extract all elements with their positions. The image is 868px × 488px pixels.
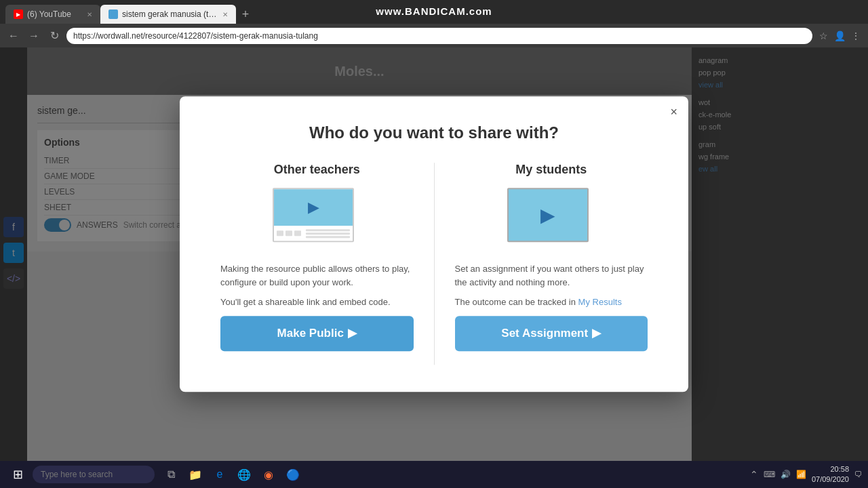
teachers-desc-1: Making the resource public allows others… bbox=[220, 262, 414, 289]
profile-icon[interactable]: 👤 bbox=[833, 30, 846, 41]
address-text: https://wordwall.net/resource/4122807/si… bbox=[73, 31, 318, 41]
taskbar-date-display: 07/09/2020 bbox=[812, 474, 849, 485]
teachers-desc-2: You'll get a shareable link and embed co… bbox=[220, 296, 414, 309]
tab-youtube[interactable]: ▶ (6) YouTube ✕ bbox=[5, 5, 100, 24]
tab-youtube-close[interactable]: ✕ bbox=[87, 11, 92, 18]
taskbar-app-explorer[interactable]: 📁 bbox=[184, 464, 206, 485]
reload-button[interactable]: ↻ bbox=[46, 29, 62, 42]
modal-close-button[interactable]: × bbox=[670, 106, 677, 118]
app1-icon: ◉ bbox=[264, 468, 273, 481]
students-play-icon: ▶ bbox=[540, 204, 555, 226]
new-tab-button[interactable]: + bbox=[236, 5, 255, 24]
speaker-icon: 🔊 bbox=[781, 470, 791, 479]
browser-toolbar: ← → ↻ https://wordwall.net/resource/4122… bbox=[0, 24, 868, 47]
make-public-arrow-icon: ▶ bbox=[348, 326, 357, 340]
ctrl-dot-1 bbox=[277, 230, 283, 236]
ctrl-line-3 bbox=[306, 236, 350, 238]
browser-chrome: www.BANDICAM.com ▶ (6) YouTube ✕ sistem … bbox=[0, 0, 868, 47]
taskbar-app-edge[interactable]: e bbox=[209, 464, 231, 485]
taskbar-app-taskview[interactable]: ⧉ bbox=[160, 464, 182, 485]
make-public-label: Make Public bbox=[277, 327, 344, 340]
share-modal: × Who do you want to share with? Other t… bbox=[180, 96, 688, 392]
my-results-link[interactable]: My Results bbox=[578, 297, 622, 307]
my-students-title: My students bbox=[515, 163, 587, 177]
system-tray-icon: ⌃ bbox=[750, 469, 758, 480]
taskbar-search-input[interactable] bbox=[33, 466, 155, 483]
set-assignment-arrow-icon: ▶ bbox=[592, 326, 601, 340]
ctrl-line-1 bbox=[306, 229, 350, 231]
ie-icon: 🌐 bbox=[237, 468, 251, 481]
back-button[interactable]: ← bbox=[5, 30, 22, 42]
teachers-illustration: ▶ bbox=[273, 188, 361, 249]
students-desc-1: Set an assignment if you want others to … bbox=[455, 262, 648, 289]
taskbar-time-display: 20:58 bbox=[812, 464, 849, 474]
toolbar-icons: ☆ 👤 ⋮ bbox=[816, 30, 863, 41]
tab-youtube-label: (6) YouTube bbox=[27, 9, 83, 19]
taskview-icon: ⧉ bbox=[167, 468, 175, 481]
bandicam-watermark: www.BANDICAM.com bbox=[376, 5, 492, 17]
forward-button[interactable]: → bbox=[26, 30, 42, 42]
tab-wordwall-label: sistem gerak manusia (tulang) - ... bbox=[122, 9, 218, 19]
taskbar-app-ie[interactable]: 🌐 bbox=[233, 464, 255, 485]
ctrl-dot-3 bbox=[294, 230, 301, 236]
taskbar-app-app1[interactable]: ◉ bbox=[258, 464, 279, 485]
youtube-favicon: ▶ bbox=[14, 9, 23, 19]
taskbar: ⊞ ⧉ 📁 e 🌐 ◉ 🔵 ⌃ ⌨ 🔊 📶 20:58 07/09/2020 🗨 bbox=[0, 461, 868, 488]
taskbar-right: ⌃ ⌨ 🔊 📶 20:58 07/09/2020 🗨 bbox=[750, 464, 863, 485]
tab-wordwall[interactable]: sistem gerak manusia (tulang) - ... ✕ bbox=[100, 5, 236, 24]
modal-columns: Other teachers ▶ bbox=[200, 163, 668, 365]
students-desc-2-text: The outcome can be tracked in bbox=[455, 297, 578, 307]
set-assignment-button[interactable]: Set Assignment ▶ bbox=[455, 316, 648, 351]
chrome-icon: 🔵 bbox=[286, 468, 300, 481]
menu-icon[interactable]: ⋮ bbox=[849, 30, 863, 41]
tab-wordwall-close[interactable]: ✕ bbox=[222, 11, 228, 18]
taskbar-clock: 20:58 07/09/2020 bbox=[812, 464, 849, 485]
my-students-column: My students ▶ Set an assignment if you w… bbox=[435, 163, 669, 365]
taskbar-apps: ⧉ 📁 e 🌐 ◉ 🔵 bbox=[160, 464, 304, 485]
modal-title: Who do you want to share with? bbox=[200, 123, 668, 142]
teachers-play-icon: ▶ bbox=[308, 199, 319, 216]
make-public-button[interactable]: Make Public ▶ bbox=[220, 316, 414, 351]
ctrl-line-2 bbox=[306, 232, 350, 235]
ctrl-dot-2 bbox=[285, 230, 292, 236]
start-button[interactable]: ⊞ bbox=[5, 464, 30, 485]
explorer-icon: 📁 bbox=[189, 468, 202, 481]
edge-icon: e bbox=[217, 468, 223, 481]
set-assignment-label: Set Assignment bbox=[501, 327, 588, 340]
students-illustration: ▶ bbox=[507, 188, 595, 249]
other-teachers-title: Other teachers bbox=[274, 163, 360, 177]
students-desc-2: The outcome can be tracked in My Results bbox=[455, 296, 648, 309]
other-teachers-column: Other teachers ▶ bbox=[200, 163, 435, 365]
network-icon: 📶 bbox=[796, 470, 806, 479]
bookmark-icon[interactable]: ☆ bbox=[816, 30, 830, 41]
address-bar[interactable]: https://wordwall.net/resource/4122807/si… bbox=[66, 28, 812, 44]
taskbar-app-chrome[interactable]: 🔵 bbox=[282, 464, 304, 485]
wordwall-favicon bbox=[108, 9, 118, 19]
keyboard-icon: ⌨ bbox=[764, 470, 775, 479]
notification-icon[interactable]: 🗨 bbox=[854, 470, 863, 479]
